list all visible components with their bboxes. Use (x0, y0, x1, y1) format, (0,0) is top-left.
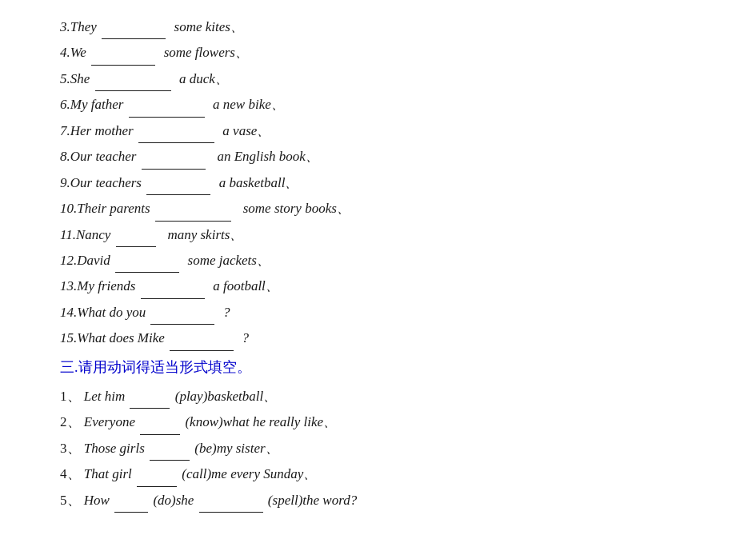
line4-suffix: some flowers、 (160, 45, 249, 60)
line-8: 8.Our teacher an English book、 (60, 144, 696, 169)
line11-blank (116, 232, 156, 247)
line4-prefix: 4.We (60, 45, 86, 60)
s5-do: (do)she (153, 493, 194, 508)
line-12: 12.David some jackets、 (60, 248, 696, 273)
line15-suffix: ? (238, 330, 249, 345)
line10-prefix: 10.Their parents (60, 201, 150, 216)
s4-suffix: (call)me every Sunday、 (182, 466, 317, 481)
s3-num: 3、 (60, 441, 81, 456)
s2-suffix: (know)what he really like、 (185, 414, 337, 429)
s4-prefix: That girl (84, 466, 132, 481)
s1-num: 1、 (60, 389, 81, 404)
section-line-4: 4、 That girl (call)me every Sunday、 (60, 461, 696, 486)
line8-blank (142, 154, 206, 170)
s2-blank (140, 420, 180, 435)
line-11: 11.Nancy many skirts、 (60, 222, 696, 247)
s5-prefix: How (84, 493, 110, 508)
line13-suffix: a football、 (210, 278, 279, 293)
line-3: 3.They some kites、 (60, 14, 696, 39)
line-5: 5.She a duck、 (60, 66, 696, 91)
section-line-1: 1、 Let him (play)basketball、 (60, 384, 696, 409)
s3-suffix: (be)my sister、 (194, 441, 278, 456)
s2-prefix: Everyone (84, 414, 135, 429)
s1-suffix: (play)basketball、 (175, 389, 277, 404)
line15-prefix: 15.What does Mike (60, 330, 165, 345)
line14-suffix: ? (220, 305, 230, 320)
line13-blank (141, 284, 205, 299)
page-content: 3.They some kites、 4.We some flowers、 5.… (0, 0, 756, 528)
line15-blank (170, 336, 234, 351)
line11-prefix: 11.Nancy (60, 227, 110, 242)
section-three-title: 三.请用动词得适当形式填空。 (60, 354, 696, 381)
line6-blank (129, 102, 205, 118)
s3-prefix: Those girls (84, 441, 145, 456)
s5-suffix: (spell)the word? (268, 493, 357, 508)
line5-suffix: a duck、 (176, 71, 229, 86)
line-9: 9.Our teachers a basketball、 (60, 170, 696, 195)
line3-suffix: some kites、 (170, 19, 244, 34)
line-7: 7.Her mother a vase、 (60, 118, 696, 143)
section-line-3: 3、 Those girls (be)my sister、 (60, 436, 696, 461)
section-line-5: 5、 How (do)she (spell)the word? (60, 488, 696, 513)
line-4: 4.We some flowers、 (60, 40, 696, 65)
line9-prefix: 9.Our teachers (60, 175, 142, 190)
line7-suffix: a vase、 (219, 123, 270, 138)
line4-blank (91, 50, 155, 66)
line6-suffix: a new bike、 (210, 97, 285, 112)
line3-blank (102, 25, 166, 40)
line-10: 10.Their parents some story books、 (60, 196, 696, 221)
s2-num: 2、 (60, 414, 81, 429)
line12-suffix: some jackets、 (184, 253, 270, 268)
s5-blank2 (199, 497, 263, 513)
line9-blank (146, 180, 210, 195)
line-15: 15.What does Mike ? (60, 325, 696, 350)
line10-blank (155, 206, 231, 222)
section-line-2: 2、 Everyone (know)what he really like、 (60, 409, 696, 434)
line10-suffix: some story books、 (236, 201, 350, 216)
line12-blank (115, 258, 179, 273)
s5-num: 5、 (60, 493, 81, 508)
line6-prefix: 6.My father (60, 97, 123, 112)
line9-suffix: a basketball、 (215, 175, 298, 190)
line-14: 14.What do you ? (60, 300, 696, 325)
s1-prefix: Let him (84, 389, 129, 404)
s3-blank (150, 446, 190, 461)
line3-prefix: 3.They (60, 19, 97, 34)
s5-blank1 (114, 497, 148, 513)
line-13: 13.My friends a football、 (60, 273, 696, 298)
line14-blank (150, 310, 214, 325)
line12-prefix: 12.David (60, 253, 110, 268)
line13-prefix: 13.My friends (60, 278, 135, 293)
s4-num: 4、 (60, 466, 81, 481)
s4-blank (137, 472, 177, 487)
section-three-content: 1、 Let him (play)basketball、 2、 Everyone… (60, 384, 696, 513)
line-6: 6.My father a new bike、 (60, 92, 696, 117)
line5-prefix: 5.She (60, 71, 90, 86)
line7-blank (138, 129, 214, 144)
line8-suffix: an English book、 (210, 149, 319, 164)
line7-prefix: 7.Her mother (60, 123, 134, 138)
line8-prefix: 8.Our teacher (60, 149, 136, 164)
s1-blank (130, 394, 170, 409)
line14-prefix: 14.What do you (60, 305, 146, 320)
line5-blank (95, 77, 171, 92)
line11-suffix: many skirts、 (161, 227, 243, 242)
